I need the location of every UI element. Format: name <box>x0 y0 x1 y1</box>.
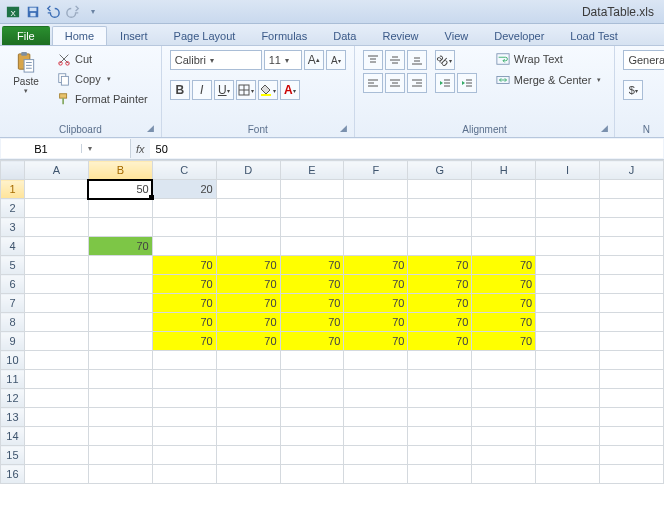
cell[interactable] <box>152 370 216 389</box>
row-header-5[interactable]: 5 <box>1 256 25 275</box>
cell[interactable] <box>152 199 216 218</box>
merge-center-button[interactable]: Merge & Center▾ <box>491 71 607 89</box>
col-header-e[interactable]: E <box>280 161 344 180</box>
cell[interactable] <box>408 351 472 370</box>
cell[interactable] <box>600 256 664 275</box>
cell[interactable] <box>344 389 408 408</box>
cell[interactable] <box>280 237 344 256</box>
cell[interactable] <box>472 427 536 446</box>
cell[interactable] <box>600 465 664 484</box>
cell[interactable] <box>152 218 216 237</box>
cell[interactable] <box>216 180 280 199</box>
cell[interactable] <box>536 256 600 275</box>
cell[interactable]: 70 <box>408 313 472 332</box>
cell[interactable] <box>24 332 88 351</box>
row-header-7[interactable]: 7 <box>1 294 25 313</box>
bold-button[interactable]: B <box>170 80 190 100</box>
cell[interactable] <box>536 199 600 218</box>
cell[interactable] <box>600 180 664 199</box>
cell[interactable] <box>88 256 152 275</box>
row-header-2[interactable]: 2 <box>1 199 25 218</box>
cell[interactable] <box>88 313 152 332</box>
align-center-button[interactable] <box>385 73 405 93</box>
tab-insert[interactable]: Insert <box>107 26 161 45</box>
excel-icon[interactable]: X <box>4 3 22 21</box>
cell[interactable] <box>536 408 600 427</box>
cell[interactable] <box>24 218 88 237</box>
cell[interactable] <box>152 465 216 484</box>
alignment-launcher-icon[interactable]: ◢ <box>598 123 610 135</box>
col-header-f[interactable]: F <box>344 161 408 180</box>
grow-font-button[interactable]: A▴ <box>304 50 324 70</box>
qat-customize-icon[interactable]: ▾ <box>84 3 102 21</box>
cell[interactable] <box>280 427 344 446</box>
font-name-combo[interactable]: Calibri▾ <box>170 50 262 70</box>
cell[interactable] <box>88 389 152 408</box>
font-launcher-icon[interactable]: ◢ <box>338 123 350 135</box>
cell[interactable]: 70 <box>472 332 536 351</box>
cell[interactable]: 70 <box>408 256 472 275</box>
cell-b4[interactable]: 70 <box>88 237 152 256</box>
cell[interactable] <box>216 427 280 446</box>
cell[interactable] <box>472 446 536 465</box>
tab-page-layout[interactable]: Page Layout <box>161 26 249 45</box>
cut-button[interactable]: Cut <box>52 50 153 68</box>
col-header-g[interactable]: G <box>408 161 472 180</box>
cell[interactable] <box>600 408 664 427</box>
format-painter-button[interactable]: Format Painter <box>52 90 153 108</box>
cell[interactable] <box>88 199 152 218</box>
cell[interactable] <box>408 446 472 465</box>
cell[interactable] <box>280 180 344 199</box>
cell[interactable] <box>280 389 344 408</box>
cell[interactable] <box>408 389 472 408</box>
cell[interactable]: 70 <box>408 275 472 294</box>
cell[interactable] <box>600 313 664 332</box>
cell[interactable] <box>344 370 408 389</box>
cell[interactable] <box>600 351 664 370</box>
row-header-12[interactable]: 12 <box>1 389 25 408</box>
underline-button[interactable]: U▾ <box>214 80 234 100</box>
cell[interactable] <box>408 218 472 237</box>
cell[interactable] <box>536 275 600 294</box>
row-header-16[interactable]: 16 <box>1 465 25 484</box>
row-header-3[interactable]: 3 <box>1 218 25 237</box>
cell[interactable] <box>24 237 88 256</box>
cell[interactable] <box>536 427 600 446</box>
grid[interactable]: A B C D E F G H I J 15020 2 3 470 570707… <box>0 160 664 484</box>
cell[interactable] <box>536 237 600 256</box>
increase-indent-button[interactable] <box>457 73 477 93</box>
cell[interactable] <box>600 332 664 351</box>
tab-developer[interactable]: Developer <box>481 26 557 45</box>
align-top-button[interactable] <box>363 50 383 70</box>
cell[interactable] <box>24 427 88 446</box>
cell[interactable] <box>600 199 664 218</box>
cell[interactable] <box>216 218 280 237</box>
cell[interactable] <box>24 389 88 408</box>
cell[interactable] <box>152 427 216 446</box>
cell[interactable] <box>344 237 408 256</box>
row-header-13[interactable]: 13 <box>1 408 25 427</box>
tab-data[interactable]: Data <box>320 26 369 45</box>
cell[interactable] <box>472 465 536 484</box>
cell[interactable] <box>88 427 152 446</box>
cell[interactable]: 70 <box>152 294 216 313</box>
font-color-button[interactable]: A▾ <box>280 80 300 100</box>
cell[interactable] <box>600 218 664 237</box>
accounting-format-button[interactable]: $▾ <box>623 80 643 100</box>
tab-review[interactable]: Review <box>369 26 431 45</box>
cell[interactable] <box>472 199 536 218</box>
cell[interactable]: 70 <box>472 256 536 275</box>
cell[interactable]: 70 <box>344 275 408 294</box>
cell[interactable] <box>152 351 216 370</box>
cell[interactable] <box>216 446 280 465</box>
cell[interactable]: 70 <box>280 332 344 351</box>
cell[interactable] <box>24 351 88 370</box>
copy-button[interactable]: Copy▾ <box>52 70 153 88</box>
cell[interactable] <box>344 199 408 218</box>
row-header-1[interactable]: 1 <box>1 180 25 199</box>
cell[interactable] <box>24 180 88 199</box>
cell[interactable] <box>600 294 664 313</box>
align-bottom-button[interactable] <box>407 50 427 70</box>
align-middle-button[interactable] <box>385 50 405 70</box>
clipboard-launcher-icon[interactable]: ◢ <box>145 123 157 135</box>
